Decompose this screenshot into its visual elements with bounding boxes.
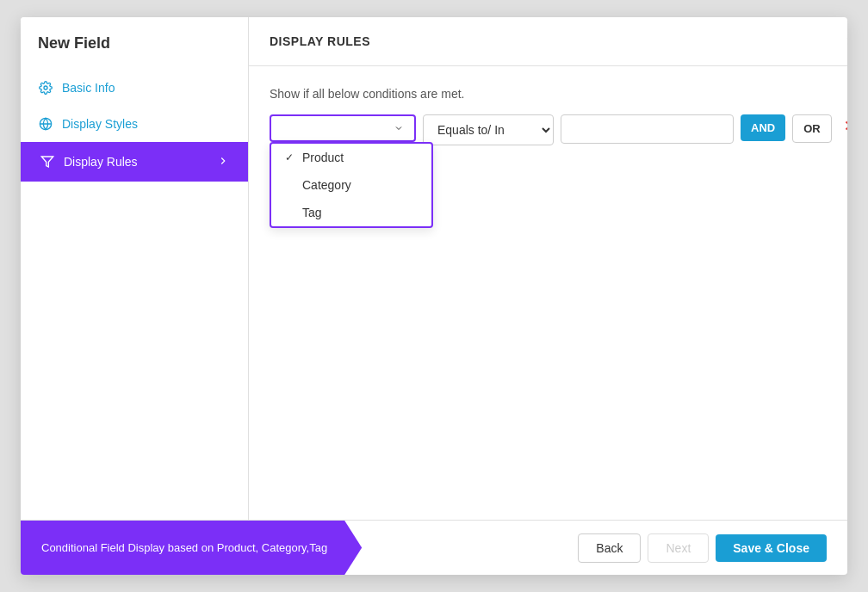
sidebar: New Field Basic Info: [21, 17, 249, 520]
svg-point-0: [44, 86, 47, 89]
save-close-button[interactable]: Save & Close: [716, 534, 827, 562]
sidebar-title: New Field: [21, 34, 248, 70]
condition-description: Show if all below conditions are met.: [270, 87, 847, 101]
footer-actions: Back Next Save & Close: [557, 521, 847, 575]
field-dropdown[interactable]: [270, 114, 416, 142]
main-header: DISPLAY RULES ×: [249, 17, 847, 66]
equals-select[interactable]: Equals to/ In Not Equals to/ In Contains…: [423, 114, 554, 145]
sidebar-item-display-rules[interactable]: Display Rules: [21, 142, 248, 182]
globe-icon: [38, 116, 53, 132]
and-button[interactable]: AND: [741, 114, 785, 141]
next-button[interactable]: Next: [648, 533, 709, 563]
sidebar-item-label: Display Rules: [64, 155, 138, 169]
main-inner: Show if all below conditions are met.: [249, 66, 847, 520]
or-button[interactable]: OR: [792, 114, 832, 143]
field-dropdown-wrapper: ✓ Product Category Tag: [270, 114, 416, 142]
gear-icon: [38, 80, 53, 96]
chevron-right-icon: [217, 155, 229, 170]
dropdown-item-category[interactable]: Category: [271, 171, 431, 199]
sidebar-item-label: Basic Info: [62, 81, 115, 95]
svg-marker-3: [41, 157, 53, 167]
dropdown-item-product[interactable]: ✓ Product: [271, 144, 431, 171]
delete-icon: [842, 118, 847, 133]
sidebar-item-basic-info[interactable]: Basic Info: [21, 70, 248, 106]
dropdown-item-label: Product: [302, 151, 344, 164]
field-dropdown-menu: ✓ Product Category Tag: [270, 142, 433, 228]
section-title: DISPLAY RULES: [270, 34, 370, 48]
modal-body: New Field Basic Info: [21, 17, 847, 520]
filter-icon: [40, 154, 55, 170]
dropdown-item-tag[interactable]: Tag: [271, 199, 431, 226]
dropdown-chevron-icon: [394, 123, 404, 133]
delete-condition-button[interactable]: [839, 114, 847, 137]
main-content: DISPLAY RULES × Show if all below condit…: [249, 17, 847, 520]
dropdown-item-label: Category: [302, 178, 351, 192]
sidebar-item-display-styles[interactable]: Display Styles: [21, 106, 248, 142]
modal: New Field Basic Info: [21, 17, 847, 575]
back-button[interactable]: Back: [578, 533, 641, 563]
dropdown-item-label: Tag: [302, 206, 322, 219]
close-button[interactable]: ×: [840, 31, 847, 52]
sidebar-item-label: Display Styles: [62, 117, 138, 131]
condition-row: ✓ Product Category Tag: [270, 114, 847, 145]
modal-footer: Conditional Field Display based on Produ…: [21, 520, 847, 575]
footer-tag: Conditional Field Display based on Produ…: [21, 521, 362, 575]
footer-tag-text: Conditional Field Display based on Produ…: [41, 541, 327, 554]
value-input[interactable]: [561, 114, 734, 144]
checkmark-icon: ✓: [285, 151, 297, 163]
